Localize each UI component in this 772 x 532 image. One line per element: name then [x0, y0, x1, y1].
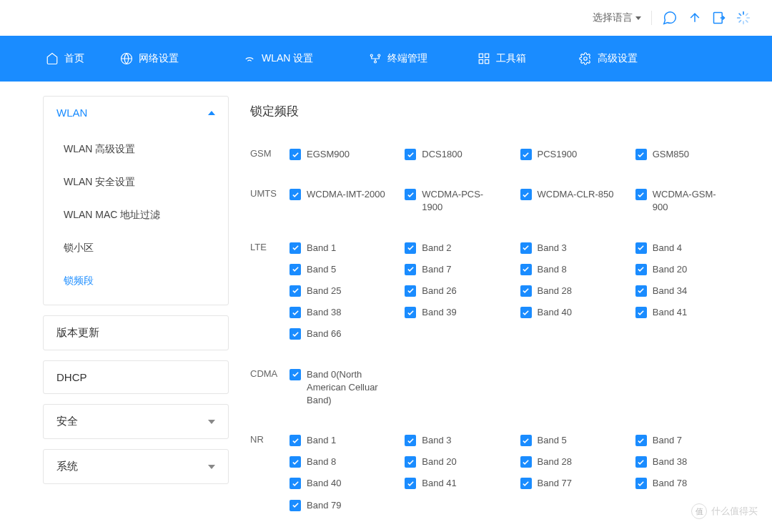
section-gsm-label: GSM — [250, 148, 290, 159]
checkbox[interactable] — [635, 435, 647, 446]
nav-network[interactable]: 网络设置 — [110, 36, 189, 82]
band-item: GSM850 — [635, 148, 743, 161]
sidebar-head-wlan[interactable]: WLAN — [44, 97, 228, 129]
checkbox[interactable] — [290, 149, 301, 160]
checkbox[interactable] — [635, 149, 647, 160]
section-nr: NR Band 1Band 3Band 5Band 7Band 8Band 20… — [250, 434, 743, 512]
band-item: Band 3 — [405, 434, 513, 447]
checkbox[interactable] — [405, 264, 416, 275]
nav-advanced[interactable]: 高级设置 — [569, 36, 648, 82]
checkbox[interactable] — [290, 189, 301, 200]
checkbox[interactable] — [405, 478, 416, 489]
sidebar-group-wlan: WLAN WLAN 高级设置 WLAN 安全设置 WLAN MAC 地址过滤 锁… — [43, 96, 229, 305]
caret-up-icon — [208, 111, 215, 115]
band-label: DCS1800 — [422, 148, 462, 161]
checkbox[interactable] — [405, 456, 416, 468]
checkbox[interactable] — [290, 478, 301, 489]
nav-wlan[interactable]: WLAN 设置 — [233, 36, 323, 82]
checkbox[interactable] — [635, 264, 647, 275]
checkbox[interactable] — [405, 149, 416, 160]
nav-advanced-label: 高级设置 — [598, 52, 638, 65]
checkbox[interactable] — [520, 478, 532, 489]
checkbox[interactable] — [290, 435, 301, 446]
checkbox[interactable] — [290, 369, 301, 380]
checkbox[interactable] — [635, 285, 647, 297]
checkbox[interactable] — [405, 189, 416, 200]
nav-home[interactable]: 首页 — [36, 36, 94, 82]
sidebar-item-wlan-security[interactable]: WLAN 安全设置 — [44, 166, 228, 199]
band-label: Band 34 — [653, 285, 687, 297]
checkbox[interactable] — [635, 242, 647, 254]
band-item: Band 7 — [635, 434, 743, 447]
checkbox[interactable] — [290, 500, 301, 511]
band-label: Band 20 — [653, 263, 687, 276]
checkbox[interactable] — [520, 456, 532, 468]
band-label: Band 20 — [422, 455, 456, 468]
band-label: Band 7 — [422, 263, 451, 276]
band-item: Band 78 — [635, 477, 743, 490]
band-item: DCS1800 — [405, 148, 513, 161]
band-label: Band 38 — [653, 455, 687, 468]
upload-icon[interactable] — [688, 11, 702, 25]
band-label: Band 39 — [422, 306, 456, 319]
sidebar-group-dhcp: DHCP — [43, 360, 229, 394]
checkbox[interactable] — [405, 435, 416, 446]
checkbox[interactable] — [290, 285, 301, 297]
band-item: PCS1900 — [520, 148, 628, 161]
band-label: Band 1 — [307, 242, 336, 255]
sidebar-item-wlan-mac[interactable]: WLAN MAC 地址过滤 — [44, 199, 228, 232]
sidebar-item-wlan-advanced[interactable]: WLAN 高级设置 — [44, 133, 228, 166]
sidebar-head-dhcp[interactable]: DHCP — [44, 361, 228, 393]
checkbox[interactable] — [290, 242, 301, 254]
band-item: Band 41 — [405, 477, 513, 490]
checkbox[interactable] — [290, 456, 301, 468]
checkbox[interactable] — [405, 242, 416, 254]
nav-toolbox[interactable]: 工具箱 — [467, 36, 536, 82]
band-label: Band 28 — [538, 455, 572, 468]
band-label: Band 2 — [422, 242, 451, 255]
checkbox[interactable] — [520, 264, 532, 275]
sidebar-head-system[interactable]: 系统 — [44, 450, 228, 483]
svg-rect-14 — [485, 54, 489, 57]
band-item: Band 79 — [290, 499, 397, 512]
section-nr-label: NR — [250, 434, 290, 445]
svg-line-3 — [739, 14, 741, 15]
language-label: 选择语言 — [593, 11, 633, 24]
sidebar-system-title: 系统 — [56, 460, 78, 473]
band-item: Band 38 — [290, 306, 397, 319]
language-selector[interactable]: 选择语言 — [593, 11, 641, 24]
checkbox[interactable] — [405, 307, 416, 318]
band-label: Band 79 — [307, 499, 341, 512]
checkbox[interactable] — [520, 435, 532, 446]
band-label: Band 38 — [307, 306, 341, 319]
nav-terminal[interactable]: 终端管理 — [359, 36, 437, 82]
band-item: Band 8 — [520, 263, 628, 276]
checkbox[interactable] — [520, 149, 532, 160]
checkbox[interactable] — [520, 285, 532, 297]
checkbox[interactable] — [290, 307, 301, 318]
loading-icon — [736, 11, 751, 25]
band-label: Band 25 — [307, 285, 341, 297]
section-cdma: CDMA Band 0(North American Celluar Band) — [250, 368, 743, 408]
chat-icon[interactable] — [662, 10, 678, 26]
checkbox[interactable] — [405, 285, 416, 297]
sidebar-head-version[interactable]: 版本更新 — [44, 316, 228, 350]
sidebar-item-lock-band[interactable]: 锁频段 — [44, 265, 228, 297]
checkbox[interactable] — [635, 456, 647, 468]
band-item: Band 28 — [520, 285, 628, 297]
checkbox[interactable] — [290, 328, 301, 340]
band-label: WCDMA-GSM-900 — [653, 188, 731, 214]
sidebar-item-lock-cell[interactable]: 锁小区 — [44, 232, 228, 265]
checkbox[interactable] — [290, 264, 301, 275]
checkbox[interactable] — [635, 478, 647, 489]
checkbox[interactable] — [635, 307, 647, 318]
sidebar-head-security[interactable]: 安全 — [44, 405, 228, 438]
checkbox[interactable] — [520, 242, 532, 254]
logout-icon[interactable] — [712, 11, 726, 25]
caret-down-icon — [208, 420, 215, 424]
checkbox[interactable] — [520, 307, 532, 318]
checkbox[interactable] — [520, 189, 532, 200]
checkbox[interactable] — [635, 189, 647, 200]
band-label: WCDMA-PCS-1900 — [422, 188, 500, 214]
nav-toolbox-label: 工具箱 — [496, 52, 526, 65]
